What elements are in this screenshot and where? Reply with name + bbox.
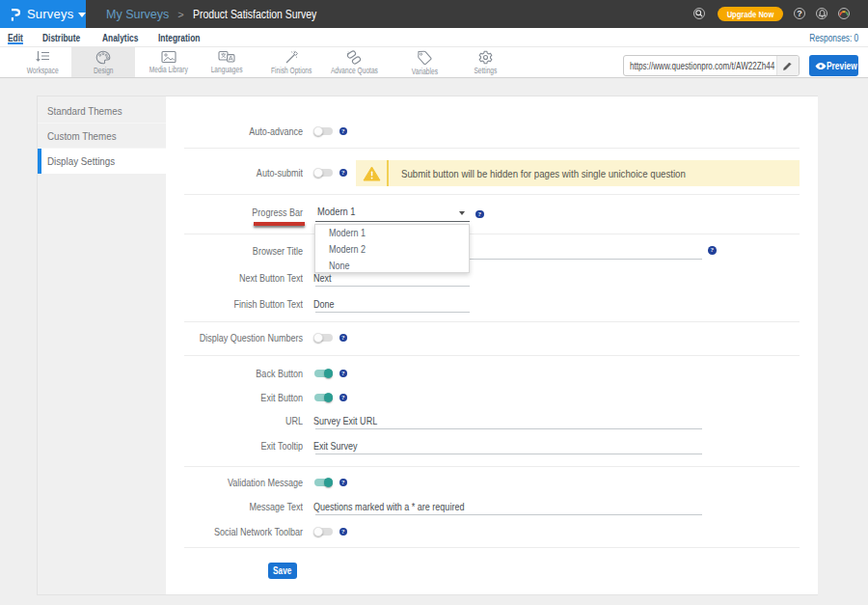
toggle-knob [313,527,323,536]
auto-submit-toggle[interactable] [313,167,334,179]
account-gauge-avatar[interactable] [838,8,850,19]
tab-integration[interactable]: Integration [158,28,200,47]
workspace-icon [35,50,51,65]
toolbar-item-advance-quotas[interactable]: Advance Quotas [322,47,386,77]
browser-title-help-icon[interactable]: ? [708,246,717,255]
eye-icon [815,62,827,70]
product-switcher-label: Surveys [27,7,73,21]
exit-tooltip-input[interactable]: Exit Survey [313,436,367,455]
validation-message-toggle[interactable] [313,477,334,488]
exit-button-help-icon[interactable]: ? [339,394,348,402]
upgrade-now-button[interactable]: Upgrade Now [718,7,783,21]
toolbar-item-label: Finish Options [271,66,312,75]
exit-tooltip-row: Exit Tooltip Exit Survey [166,436,818,455]
separator [184,148,800,149]
finish-button-text-row: Finish Button Text Done [166,294,818,314]
product-caret-icon [78,13,86,17]
select-underline [315,221,470,222]
input-underline [315,428,702,429]
tab-distribute[interactable]: Distribute [42,28,80,47]
toolbar-item-label: Variables [411,67,437,76]
sidebar-item-standard-themes[interactable]: Standard Themes [38,98,166,124]
toggle-knob [324,393,334,402]
validation-message-row: Validation Message ? [166,473,818,492]
progress-bar-help-icon[interactable]: ? [475,210,484,219]
auto-advance-toggle[interactable] [313,125,334,137]
toolbar-item-settings[interactable]: Settings [453,47,517,77]
display-settings-panel: Auto-advance ? Auto-submit ? [166,96,818,594]
breadcrumb-parent[interactable]: My Surveys [106,8,169,21]
back-button-label: Back Button [191,364,303,383]
toggle-knob [324,369,334,378]
responses-count[interactable]: Responses: 0 [809,28,858,47]
validation-message-help-icon[interactable]: ? [339,479,348,487]
auto-submit-help-icon[interactable]: ? [339,169,348,178]
exit-button-toggle[interactable] [313,392,334,403]
social-network-toolbar-help-icon[interactable]: ? [339,528,348,536]
back-button-row: Back Button ? [166,364,818,383]
url-input[interactable]: Survey Exit URL [313,411,392,430]
finish-button-text-input[interactable]: Done [313,294,339,314]
toggle-knob [313,168,323,178]
auto-submit-warning: Submit button will be hidden for pages w… [356,160,800,186]
input-underline [315,454,702,454]
brand-menu[interactable]: Surveys [0,0,86,28]
social-network-toolbar-toggle[interactable] [313,526,334,537]
back-button-help-icon[interactable]: ? [339,370,348,378]
separator [184,194,800,195]
toolbar-item-media-library[interactable]: Media Library [137,47,201,77]
display-question-numbers-help-icon[interactable]: ? [339,334,348,343]
menu-option-none[interactable]: None [315,258,469,274]
separator [184,234,800,234]
separator [184,547,800,548]
page-title: Product Satisfaction Survey [193,8,316,21]
menu-option-modern-2[interactable]: Modern 2 [315,241,469,258]
back-button-toggle[interactable] [313,368,334,379]
sidebar-item-display-settings[interactable]: Display Settings [38,149,166,174]
tab-edit[interactable]: Edit [8,28,23,47]
notifications-button[interactable] [816,8,827,19]
languages-icon [218,50,235,64]
message-text-input[interactable]: Questions marked with a * are required [313,497,498,516]
browser-title-label: Browser Title [191,241,303,261]
progress-bar-select[interactable]: Modern 1 [315,204,470,221]
progress-bar-label: Progress Bar [191,203,303,222]
auto-advance-help-icon[interactable]: ? [339,127,348,136]
page-background: Standard Themes Custom Themes Display Se… [0,78,868,605]
toolbar-item-languages[interactable]: Languages [195,47,258,77]
message-text-label: Message Text [191,497,303,516]
menu-option-modern-1[interactable]: Modern 1 [315,225,469,241]
help-button[interactable]: ? [794,8,805,19]
display-question-numbers-toggle[interactable] [313,332,334,344]
input-underline [315,312,470,313]
toolbar-item-workspace[interactable]: Workspace [11,47,74,77]
toolbar-item-label: Advance Quotas [330,66,377,75]
survey-url-field[interactable]: https://www.questionpro.com/t/AW22Zh44 [623,55,800,76]
toolbar-item-finish-options[interactable]: Finish Options [259,47,323,77]
toolbar-item-label: Languages [211,65,243,74]
advance-quotas-icon [346,50,362,65]
media-library-icon [161,50,176,64]
auto-advance-label: Auto-advance [191,122,303,141]
exit-tooltip-label: Exit Tooltip [191,436,303,455]
save-button[interactable]: Save [268,563,297,579]
bell-icon [818,10,827,18]
red-annotation-underline [254,222,305,226]
tab-analytics[interactable]: Analytics [102,28,138,47]
progress-bar-value: Modern 1 [317,206,356,217]
social-network-toolbar-label: Social Network Toolbar [191,522,303,541]
search-button[interactable] [693,8,705,19]
toolbar-item-design[interactable]: Design [71,47,135,77]
browser-title-row: Browser Title ? [166,241,818,261]
breadcrumb: My Surveys > Product Satisfaction Survey [106,0,335,28]
finish-options-icon [285,50,299,65]
next-button-text-label: Next Button Text [191,268,303,288]
edit-url-pencil-icon[interactable] [782,61,793,71]
separator [184,321,800,322]
toolbar-item-label: Design [94,66,114,75]
toggle-knob [313,126,323,136]
preview-button-label: Preview [827,60,857,71]
preview-button[interactable]: Preview [809,55,858,76]
toolbar-item-variables[interactable]: Variables [393,47,456,77]
sidebar-item-custom-themes[interactable]: Custom Themes [38,124,166,149]
